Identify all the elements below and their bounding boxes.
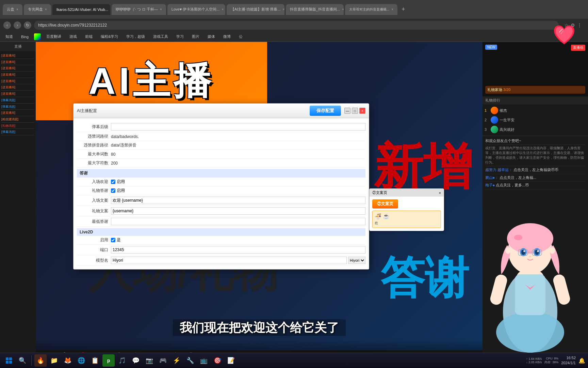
bookmark-media[interactable]: 媒体 <box>205 33 218 40</box>
taskbar-app-14[interactable]: 🎯 <box>211 354 224 367</box>
forward-button[interactable]: › <box>14 21 21 29</box>
form-row-entry-script: 入场文案 <box>77 195 365 206</box>
value-pinyin: data/违禁拼音 <box>111 142 365 148</box>
bookmark-frontend[interactable]: 前端 <box>82 33 95 40</box>
input-danmu[interactable] <box>111 123 365 131</box>
label-badwords: 违禁词路径 <box>77 134 111 139</box>
taskbar-app-1[interactable]: 🔥 <box>34 354 47 367</box>
tab-close[interactable]: × <box>16 7 18 11</box>
gift-thanks-checkbox[interactable] <box>111 188 115 193</box>
tab-chat1[interactable]: 咿咿咿咿（'· つ ロ 千杯— × <box>112 4 166 15</box>
tab-label: 专光网盘 <box>28 7 43 12</box>
tab-close[interactable]: × <box>342 7 344 11</box>
form-row-danmu: 弹幕后级 <box>77 122 365 132</box>
tab-douyin[interactable]: 抖音直播弹脑版_抖音直播间... × <box>286 4 344 15</box>
taskbar-app-10[interactable]: 🎮 <box>157 354 169 367</box>
taskbar-app-13[interactable]: 📺 <box>198 354 210 367</box>
tab-cloud[interactable]: 云盘 × <box>3 4 22 15</box>
minimize-button[interactable]: — <box>344 108 350 114</box>
maximize-button[interactable]: □ <box>352 108 358 114</box>
new-tab-button[interactable]: + <box>399 6 408 13</box>
taskbar-app-15[interactable]: 📝 <box>225 354 237 367</box>
cta-1: 越努力 越幸运： 点击关注，左上角福袋币币 <box>485 166 585 174</box>
input-model[interactable] <box>111 257 347 264</box>
live2d-enabled-label[interactable]: 是 <box>111 237 121 243</box>
tab-network[interactable]: 专光网盘 × <box>24 4 51 15</box>
tab-ai-vtuber[interactable]: Ikaros-521/AI-Vtuber: AI Vtub... × <box>52 4 110 15</box>
save-config-button[interactable]: 保存配置 <box>310 106 341 116</box>
chat-message: [进直播间] <box>1 72 34 78</box>
chat-prompt: 和观众朋友点个赞吧~ <box>485 137 585 145</box>
tab-close[interactable]: × <box>222 7 224 11</box>
right-sidebar: NEW 直播动 礼物家场 3/20 礼物排行 1 催杰 2 一 <box>483 42 588 368</box>
chat-message: [弹幕消息] <box>1 97 34 104</box>
taskbar-app-5[interactable]: 📋 <box>89 354 101 367</box>
input-gift-script[interactable] <box>111 207 365 215</box>
notification-icon[interactable]: 🔔 <box>578 357 585 364</box>
start-button[interactable] <box>3 354 15 367</box>
taskbar-app-2[interactable]: 📁 <box>48 354 60 367</box>
form-row-port: 端口 <box>77 245 365 255</box>
back-button[interactable]: ‹ <box>3 21 11 29</box>
label-entry-script: 入场文案 <box>77 198 111 203</box>
label-pinyin: 违禁拼音路径 <box>77 142 111 148</box>
tab-close[interactable]: × <box>160 7 162 11</box>
tab-dage[interactable]: 大哥哥对主的抖音直播噶... × <box>345 4 397 15</box>
entry-welcome-checkbox[interactable] <box>111 180 115 184</box>
input-port[interactable] <box>111 246 365 254</box>
tab-label: Love♥ 伊卡洛斯的个人空间... <box>172 7 220 12</box>
bookmark-pub[interactable]: 公 <box>236 33 245 40</box>
taskbar-app-12[interactable]: 🔧 <box>184 354 196 367</box>
right-gift-header: 礼物排行 <box>483 96 588 104</box>
chat-message: [弹幕消息] <box>1 104 34 110</box>
taskbar-app-11[interactable]: ⚡ <box>170 354 183 367</box>
chat-message: [进直播间] <box>1 78 34 85</box>
menu-icon[interactable]: ⋮ <box>577 22 582 28</box>
refresh-button[interactable]: ↻ <box>24 21 31 29</box>
chat-message: [粉丝团消息] <box>1 116 34 123</box>
entry-welcome-checkbox-label[interactable]: 启用 <box>111 179 125 185</box>
form-row-live2d-enabled: 启用 是 <box>77 236 365 245</box>
wencase-button[interactable]: ②文案页 <box>372 199 398 209</box>
cta-action-1: 点击关注，左上角福袋币币 <box>513 168 558 172</box>
left-chat-sidebar: 直播 [进直播间] [进直播间] [进直播间] [进直播间] [进直播间] [进… <box>0 42 36 368</box>
live2d-enabled-checkbox[interactable] <box>111 238 115 242</box>
bookmark-game[interactable]: 游戏 <box>67 33 80 40</box>
clock-time: 16:52 <box>561 355 576 361</box>
bookmark-pics[interactable]: 图片 <box>189 33 202 40</box>
taskbar-app-9[interactable]: 📷 <box>143 354 156 367</box>
input-entry-script[interactable] <box>111 197 365 204</box>
bookmark-bing[interactable]: Bing <box>18 34 31 40</box>
bookmark-weibo[interactable]: 微博 <box>220 33 233 40</box>
search-taskbar[interactable]: 🔍 <box>16 354 29 367</box>
close-dialog-button[interactable]: × <box>359 108 365 114</box>
taskbar-app-3[interactable]: 🦊 <box>62 354 74 367</box>
small-dialog-close[interactable]: × <box>439 191 441 195</box>
tab-ai-live[interactable]: 【AI主播·功能篇】新增 弹幕... × <box>227 4 284 15</box>
tab-close[interactable]: × <box>283 7 284 11</box>
bookmark-translate[interactable]: 百度翻译 <box>44 33 64 40</box>
tab-love[interactable]: Love♥ 伊卡洛斯的个人空间... × <box>167 4 225 15</box>
bookmark-study[interactable]: 学习，超级 <box>124 33 148 40</box>
model-select[interactable]: Hiyori <box>348 257 365 264</box>
taskbar-app-4[interactable]: 🌐 <box>75 354 87 367</box>
bookmark-learn[interactable]: 学习 <box>174 33 186 40</box>
chat-message: [弹幕消息] <box>1 129 34 135</box>
taskbar-app-8[interactable]: 💬 <box>130 354 142 367</box>
bookmark-programming[interactable]: 编程&学习 <box>98 33 121 40</box>
gift-thanks-checkbox-label[interactable]: 启用 <box>111 188 125 194</box>
tab-close[interactable]: × <box>391 7 393 11</box>
chat-message: [进直播间] <box>1 110 34 116</box>
gift-header-text: 礼物家场 <box>487 88 502 92</box>
taskbar-app-6[interactable]: p <box>102 354 115 367</box>
small-dialog: ②文案页 × ②文案页 🍜 ☕ 抢 <box>369 188 444 231</box>
bookmark-tools[interactable]: 游戏工具 <box>150 33 171 40</box>
taskbar-app-7[interactable]: 🎵 <box>116 354 128 367</box>
tab-close[interactable]: × <box>45 7 47 11</box>
bookmark-zhidao[interactable]: 知道 <box>3 33 16 40</box>
browser-logo <box>34 33 41 40</box>
chat-message: [进直播间] <box>1 52 34 59</box>
input-min-thanks[interactable] <box>111 218 365 225</box>
url-input[interactable]: https://live.douyin.com/791232212122 <box>34 21 559 30</box>
url-text: https://live.douyin.com/791232212122 <box>38 23 107 28</box>
